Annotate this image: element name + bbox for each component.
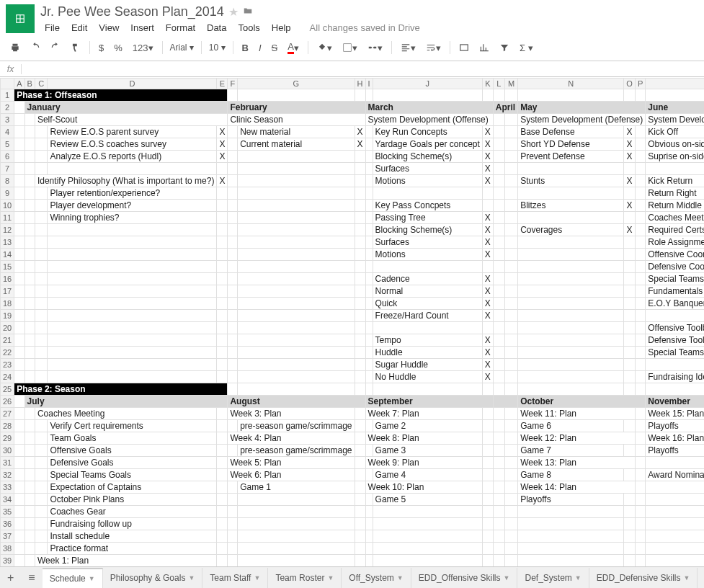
cell[interactable]: Required Certs/Training: [646, 224, 704, 236]
cell[interactable]: [24, 457, 35, 469]
cell[interactable]: X: [482, 212, 493, 224]
row-header[interactable]: 33: [1, 481, 14, 494]
cell[interactable]: [14, 469, 24, 481]
cell[interactable]: [24, 163, 35, 175]
cell[interactable]: Coaches Meeting: [646, 212, 704, 224]
cell[interactable]: [493, 543, 504, 555]
wrap-icon[interactable]: ▾: [422, 40, 445, 55]
cell[interactable]: [624, 187, 636, 200]
cell[interactable]: X: [217, 138, 228, 151]
col-header-O[interactable]: O: [624, 79, 636, 89]
cell[interactable]: [35, 187, 48, 200]
cell[interactable]: Clinic Season: [228, 114, 365, 126]
col-header-B[interactable]: B: [24, 79, 35, 89]
cell[interactable]: [238, 236, 355, 249]
cell[interactable]: [646, 163, 704, 175]
row-header[interactable]: 11: [1, 212, 14, 224]
chevron-down-icon[interactable]: ▼: [397, 574, 404, 582]
cell[interactable]: [493, 383, 504, 396]
cell[interactable]: [365, 359, 373, 371]
cell[interactable]: [365, 469, 373, 481]
cell[interactable]: [228, 555, 238, 567]
cell[interactable]: [504, 298, 517, 310]
cell[interactable]: [493, 494, 504, 506]
cell[interactable]: April: [493, 102, 517, 114]
cell[interactable]: [482, 445, 493, 457]
cell[interactable]: [35, 359, 48, 371]
cell[interactable]: October Pink Plans: [48, 494, 217, 506]
cell[interactable]: [635, 224, 645, 236]
paint-format-icon[interactable]: [66, 40, 85, 55]
cell[interactable]: [238, 530, 355, 543]
cell[interactable]: [646, 506, 704, 518]
cell[interactable]: Return Middle: [646, 200, 704, 212]
cell[interactable]: [493, 273, 504, 285]
cell[interactable]: [228, 543, 238, 555]
col-header-G[interactable]: G: [238, 79, 355, 89]
cell[interactable]: [482, 200, 493, 212]
row-header[interactable]: 36: [1, 518, 14, 530]
cell[interactable]: Game 6: [518, 420, 624, 432]
row-header[interactable]: 20: [1, 322, 14, 334]
cell[interactable]: [228, 200, 238, 212]
cell[interactable]: X: [624, 126, 636, 138]
cell[interactable]: [635, 432, 645, 445]
cell[interactable]: Blitzes: [518, 200, 624, 212]
cell[interactable]: [35, 347, 48, 359]
cell[interactable]: Week 9: Plan: [365, 457, 482, 469]
cell[interactable]: [217, 334, 228, 347]
cell[interactable]: [217, 506, 228, 518]
cell[interactable]: [365, 175, 373, 187]
cell[interactable]: [24, 371, 35, 383]
cell[interactable]: [14, 322, 24, 334]
cell[interactable]: [48, 163, 217, 175]
cell[interactable]: [518, 359, 624, 371]
cell[interactable]: Obvious on-side: [646, 138, 704, 151]
cell[interactable]: [228, 273, 238, 285]
cell[interactable]: [14, 420, 24, 432]
cell[interactable]: Surfaces: [373, 236, 482, 249]
cell[interactable]: [35, 261, 48, 273]
cell[interactable]: [24, 420, 35, 432]
cell[interactable]: Winning trophies?: [48, 212, 217, 224]
cell[interactable]: [35, 212, 48, 224]
cell[interactable]: [14, 212, 24, 224]
cell[interactable]: [48, 285, 217, 298]
cell[interactable]: [24, 530, 35, 543]
cell[interactable]: [238, 163, 355, 175]
row-header[interactable]: 29: [1, 432, 14, 445]
cell[interactable]: [365, 310, 373, 322]
cell[interactable]: [518, 334, 624, 347]
cell[interactable]: [24, 543, 35, 555]
cell[interactable]: [635, 261, 645, 273]
cell[interactable]: [355, 530, 365, 543]
cell[interactable]: [228, 285, 238, 298]
cell[interactable]: [635, 273, 645, 285]
cell[interactable]: [355, 89, 365, 102]
cell[interactable]: Game 1: [238, 481, 355, 494]
row-header[interactable]: 16: [1, 273, 14, 285]
cell[interactable]: [48, 236, 217, 249]
row-header[interactable]: 8: [1, 175, 14, 187]
cell[interactable]: [624, 334, 636, 347]
cell[interactable]: [635, 371, 645, 383]
cell[interactable]: [238, 224, 355, 236]
cell[interactable]: [355, 420, 365, 432]
cell[interactable]: [646, 481, 704, 494]
menu-tools[interactable]: Tools: [233, 21, 264, 35]
cell[interactable]: [24, 200, 35, 212]
cell[interactable]: [493, 298, 504, 310]
cell[interactable]: X: [624, 200, 636, 212]
cell[interactable]: [482, 543, 493, 555]
row-header[interactable]: 15: [1, 261, 14, 273]
cell[interactable]: [14, 236, 24, 249]
menu-view[interactable]: View: [94, 21, 123, 35]
cell[interactable]: [228, 322, 238, 334]
cell[interactable]: [24, 322, 35, 334]
cell[interactable]: [228, 187, 238, 200]
cell[interactable]: [646, 457, 704, 469]
cell[interactable]: [635, 138, 645, 151]
cell[interactable]: Phase 2: Season: [14, 383, 228, 396]
all-sheets-button[interactable]: ≡: [21, 571, 42, 584]
cell[interactable]: [482, 518, 493, 530]
